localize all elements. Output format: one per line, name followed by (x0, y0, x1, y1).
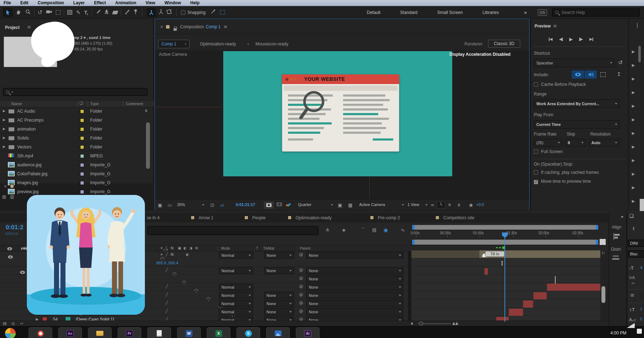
type-tool[interactable]: T, (84, 9, 88, 15)
panel-arrow-icon[interactable]: ▶ (632, 77, 635, 81)
mode-select[interactable]: Normal (219, 267, 253, 274)
column-type[interactable]: Type (90, 102, 99, 106)
menu-window[interactable]: Window (165, 0, 181, 5)
layer-bar[interactable] (484, 268, 488, 275)
tr-in-marker[interactable]: TR In (485, 251, 504, 257)
show-snapshot-icon[interactable] (277, 202, 282, 207)
project-row[interactable]: ▶ Vectors Folder (0, 143, 154, 152)
flowchart-icon[interactable]: ⋔ (145, 108, 148, 113)
align-left-icon[interactable] (614, 233, 614, 240)
exposure-value[interactable]: +0.0 (476, 202, 484, 207)
timeline-tab[interactable]: People (252, 215, 265, 220)
comp-panel-menu-icon[interactable]: ≡ (224, 24, 228, 29)
transparency-grid-icon[interactable]: ▦ (348, 202, 352, 208)
layer-bar[interactable] (509, 309, 523, 316)
pickwhip-icon[interactable]: @ (299, 284, 303, 289)
move-time-checkbox[interactable] (534, 180, 538, 184)
parent-column[interactable]: Parent (300, 246, 310, 250)
rotate-tool[interactable]: ↺ (38, 9, 42, 16)
quality-switch[interactable]: ╱ (166, 309, 168, 313)
zoom-tool[interactable] (25, 9, 31, 16)
sun-switch[interactable]: ☀ (160, 253, 163, 256)
font-family-field[interactable]: DINI (628, 240, 644, 247)
tab-mouseicon-ready[interactable]: Mouseicon-ready (255, 41, 288, 46)
mode-select[interactable]: Normal (219, 284, 253, 290)
pickwhip-icon[interactable]: @ (299, 252, 303, 257)
zoom-in-mountain-icon[interactable]: ▲▲ (452, 321, 458, 325)
trkmat-select[interactable]: None (264, 308, 294, 315)
disclosure-icon[interactable]: ▶ (3, 127, 5, 131)
include-overlays-button[interactable] (597, 70, 608, 79)
brush-tool[interactable] (95, 9, 101, 16)
menu-edit[interactable]: Edit (20, 0, 29, 5)
mode-select[interactable]: Normal (219, 308, 253, 315)
expand-transfer-icon[interactable]: ◎ (11, 321, 15, 326)
pickwhip-icon[interactable]: @ (299, 309, 303, 313)
layer-bar[interactable] (533, 292, 547, 299)
font-size-value[interactable]: 4 (640, 265, 642, 270)
label-chip[interactable] (80, 190, 84, 194)
label-chip[interactable] (80, 172, 84, 176)
camera-select[interactable]: Active Camera (359, 202, 385, 207)
t-column[interactable]: T (256, 246, 258, 250)
project-search-input[interactable] (15, 89, 137, 95)
skip-select[interactable]: 0 (565, 139, 586, 147)
menu-composition[interactable]: Composition (38, 0, 64, 5)
disclosure-icon[interactable]: ▶ (3, 136, 5, 139)
taskbar-app-illustrator[interactable]: Ai (296, 327, 319, 338)
mode-column[interactable]: Mode (221, 246, 230, 250)
menu-view[interactable]: View (146, 0, 155, 5)
baseline-shift-value[interactable]: 0 (640, 317, 642, 321)
quality-switch[interactable]: ╱ (166, 253, 168, 256)
work-area-bar-top[interactable] (412, 225, 598, 230)
align-title[interactable]: Align (612, 225, 621, 230)
roi-icon[interactable]: ▱ (220, 202, 224, 208)
timeline-search-input[interactable] (148, 226, 312, 234)
collapse-switch[interactable] (194, 289, 198, 291)
renderer-button[interactable]: Classic 3D (488, 40, 520, 48)
mode-select[interactable]: Normal (219, 252, 253, 259)
disclosure-icon[interactable]: ▶ (3, 145, 5, 148)
workspace-overflow[interactable]: » (524, 10, 527, 15)
workspace-standard[interactable]: Standard (400, 10, 418, 15)
frame-blend-icon[interactable]: ▤ (372, 227, 376, 232)
timeline-tab[interactable]: Optimisation-ready (296, 215, 332, 220)
timeline-tab[interactable]: Arrow 1 (199, 215, 213, 220)
play-from-select[interactable]: Current Time (534, 120, 620, 129)
magnification-caret[interactable] (202, 204, 204, 206)
comp-panel-title[interactable]: Composition (180, 24, 204, 29)
leading-icon[interactable]: ≡ (630, 292, 635, 298)
preview-panel-menu-icon[interactable]: ≡ (553, 23, 557, 29)
taskbar-app-chrome[interactable] (29, 327, 52, 338)
menu-file[interactable]: File (4, 0, 11, 5)
label-chip[interactable] (80, 127, 84, 131)
panel-arrow-icon[interactable]: ▶ (632, 49, 635, 54)
expand-inout-icon[interactable]: ∺ (20, 321, 23, 326)
camera-caret[interactable] (402, 204, 404, 206)
label-chip[interactable] (80, 136, 84, 140)
motion-blur-icon[interactable]: ◉ (384, 227, 388, 233)
pan-behind-tool[interactable] (56, 10, 60, 15)
hand-tool[interactable] (16, 9, 21, 16)
axis-local-tool[interactable] (147, 8, 156, 17)
parent-select[interactable]: None (306, 308, 404, 315)
workspace-settings-icon[interactable]: ⊡⇅ (538, 9, 547, 16)
shortcut-select[interactable]: Spacebar (534, 59, 615, 67)
workspace-libraries[interactable]: Libraries (482, 10, 499, 15)
panel-arrow-icon[interactable]: ▶ (632, 172, 635, 176)
disclosure-icon[interactable]: ▶ (3, 109, 5, 113)
channels-icon[interactable] (286, 203, 291, 207)
work-area-start-handle[interactable] (412, 240, 415, 245)
font-style-field[interactable]: Blac (628, 250, 644, 258)
parent-select[interactable]: None (306, 284, 404, 290)
lock-icon[interactable] (174, 28, 177, 31)
project-row[interactable]: Sth.mp4 MPEG (0, 152, 154, 161)
search-help-input[interactable] (561, 10, 629, 15)
stamp-tool[interactable] (104, 9, 109, 16)
column-name[interactable]: Name (11, 102, 22, 106)
mode-select[interactable]: Normal (219, 300, 253, 307)
quality-switch[interactable]: ╱ (166, 268, 168, 272)
taskbar-app-notepad[interactable] (147, 327, 171, 338)
panel-arrow-icon[interactable]: ▶ (632, 104, 635, 108)
taskbar-app-aftereffects[interactable]: Ae (58, 327, 82, 338)
